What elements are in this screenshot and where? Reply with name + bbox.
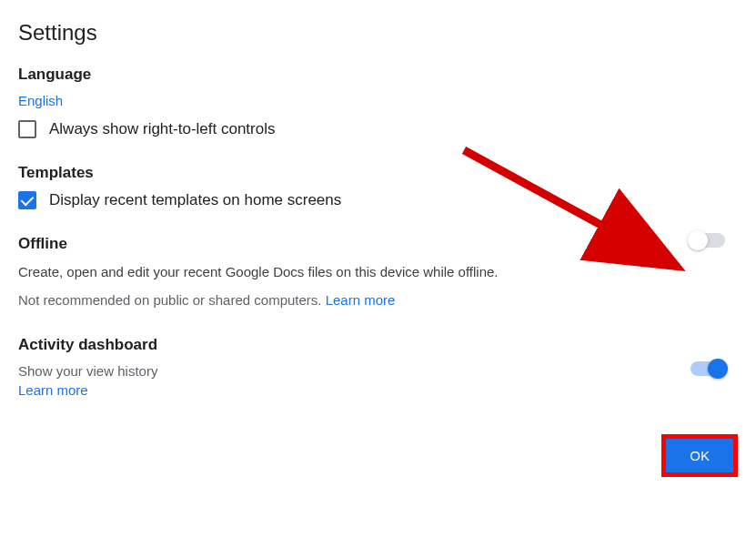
templates-heading: Templates bbox=[18, 164, 738, 182]
activity-learn-more-link[interactable]: Learn more bbox=[18, 382, 88, 398]
offline-warning-text: Not recommended on public or shared comp… bbox=[18, 292, 326, 308]
rtl-checkbox[interactable] bbox=[18, 120, 36, 138]
offline-description: Create, open and edit your recent Google… bbox=[18, 262, 674, 283]
page-title: Settings bbox=[18, 20, 738, 46]
activity-heading: Activity dashboard bbox=[18, 336, 674, 354]
ok-button[interactable]: OK bbox=[666, 439, 733, 472]
display-templates-label: Display recent templates on home screens bbox=[49, 191, 341, 209]
offline-warning: Not recommended on public or shared comp… bbox=[18, 290, 674, 311]
offline-heading: Offline bbox=[18, 235, 674, 253]
activity-sub: Show your view history bbox=[18, 363, 674, 379]
language-section: Language English Always show right-to-le… bbox=[18, 66, 738, 138]
activity-toggle[interactable] bbox=[690, 361, 725, 376]
offline-section: Offline Create, open and edit your recen… bbox=[18, 235, 738, 310]
language-heading: Language bbox=[18, 66, 738, 84]
display-templates-checkbox[interactable] bbox=[18, 191, 36, 209]
offline-learn-more-link[interactable]: Learn more bbox=[326, 292, 396, 308]
templates-section: Templates Display recent templates on ho… bbox=[18, 164, 738, 209]
ok-highlight: OK bbox=[661, 434, 738, 477]
activity-section: Activity dashboard Show your view histor… bbox=[18, 336, 738, 399]
rtl-checkbox-label: Always show right-to-left controls bbox=[49, 120, 275, 138]
language-value-link[interactable]: English bbox=[18, 93, 63, 108]
offline-toggle[interactable] bbox=[690, 233, 725, 248]
